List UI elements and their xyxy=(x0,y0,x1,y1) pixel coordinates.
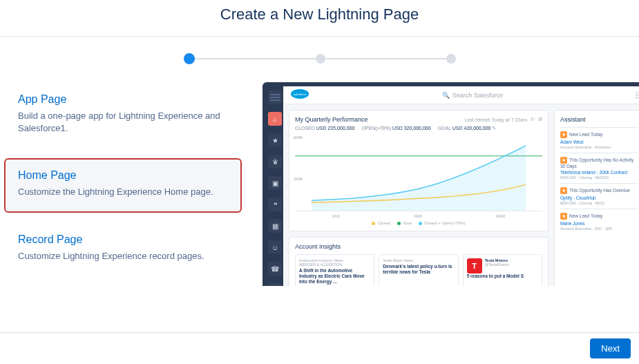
insights-title: Account Insights xyxy=(295,243,542,250)
assistant-item-meta: Account Executive · ZNC · $55 xyxy=(560,227,638,231)
option-title: Home Page xyxy=(18,169,228,182)
chart-area: 600k 250k xyxy=(295,135,542,211)
options-list: App Page Build a one-page app for Lightn… xyxy=(0,82,242,286)
assistant-item-title: This Opportunity Has Overdue xyxy=(569,188,630,193)
step-line xyxy=(195,58,316,59)
star-icon: ★ xyxy=(560,131,567,138)
preview-topbar: salesforce 🔍 Search Salesforce xyxy=(283,86,639,104)
star-icon: ★ xyxy=(560,187,567,194)
calendar-icon: ▦ xyxy=(268,219,282,233)
legend-open: Closed + Open(>70%) xyxy=(419,221,466,225)
insight-headline: A Shift in the Automotive Industry as El… xyxy=(299,268,370,284)
insight-item: Automotive Industry NewsMERGER & AQUISIT… xyxy=(295,254,374,286)
bell-icon: ☎ xyxy=(268,262,282,276)
x-tick: MAR xyxy=(496,214,505,218)
stepper xyxy=(0,37,639,82)
legend-closed: Closed xyxy=(372,221,390,225)
search-placeholder: Search Salesforce xyxy=(452,92,504,99)
option-record-page[interactable]: Record Page Customize Lightning Experien… xyxy=(4,222,242,276)
assistant-item: ★This Opportunity Has No Activity 30 Day… xyxy=(560,153,638,183)
x-tick: FEB xyxy=(414,214,422,218)
assistant-item-title: New Lead Today xyxy=(569,213,602,218)
legend-goal: Goal xyxy=(397,221,412,225)
assistant-item-link: Telefónica Ireland - 200k Contract xyxy=(560,170,638,175)
option-app-page[interactable]: App Page Build a one-page app for Lightn… xyxy=(4,82,242,149)
step-3-dot xyxy=(446,54,456,64)
assistant-item: ★New Lead Today Marie Jones Account Exec… xyxy=(560,209,638,234)
assistant-item-title: New Lead Today xyxy=(569,132,602,137)
star-icon: ★ xyxy=(560,157,567,164)
step-2-dot xyxy=(316,54,325,64)
gear-icon: ⚙ xyxy=(538,117,542,122)
preview-sidenav: ⌂ ★ ♛ ▣ ❝ ▦ ☺ ☎ ≡ ⚙ ⋯ xyxy=(267,86,283,286)
insight-headline: 5 reasons to put a Model S xyxy=(467,274,538,279)
step-line xyxy=(325,58,446,59)
insight-item: T Tesla Motors@TeslaMotors 5 reasons to … xyxy=(463,254,542,286)
goal-value: USD 420,000,000 xyxy=(452,126,491,131)
home-icon: ⌂ xyxy=(268,112,282,126)
option-title: Record Page xyxy=(18,233,228,246)
assistant-item-meta: $400,000 · Closing · 06/2015 xyxy=(560,175,638,180)
open-value: USD 320,000,000 xyxy=(392,126,431,131)
insight-sub: MERGER & AQUISITION xyxy=(299,262,342,267)
star-icon: ★ xyxy=(268,133,282,147)
assistant-item: ★This Opportunity Has Overdue Optify - C… xyxy=(560,183,638,209)
option-desc: Customize Lightning Experience record pa… xyxy=(18,250,228,262)
assistant-card: Assistant ★New Lead Today Adam West Acco… xyxy=(554,110,639,286)
step-1-dot xyxy=(184,53,195,64)
insights-card: Account Insights Automotive Industry New… xyxy=(289,237,549,286)
tesla-logo-icon: T xyxy=(467,258,482,274)
svg-text:salesforce: salesforce xyxy=(294,93,307,96)
closed-label: CLOSED xyxy=(295,126,315,131)
open-label: OPEN(>70%) xyxy=(361,126,391,131)
chart-meta: Last refresh Today at 7:33am xyxy=(464,117,527,122)
search-input: 🔍 Search Salesforce xyxy=(316,92,629,99)
next-button[interactable]: Next xyxy=(590,338,631,358)
closed-value: USD 235,000,000 xyxy=(316,126,355,131)
quote-icon: ❝ xyxy=(268,198,282,211)
edit-icon: ✎ xyxy=(492,126,496,131)
insight-headline: Denmark's latest policy u-turn is terrib… xyxy=(383,264,454,275)
assistant-item-link: Optify - CloudHub xyxy=(560,195,638,200)
assistant-item: ★New Lead Today Adam West Account Execut… xyxy=(560,127,638,153)
chart-title: My Quarterly Performance xyxy=(295,116,368,123)
x-tick: JAN xyxy=(332,214,340,218)
insight-item: Tesla Motor News Denmark's latest policy… xyxy=(379,254,458,286)
assistant-title: Assistant xyxy=(560,116,638,123)
insight-sub: @TeslaMotors xyxy=(485,262,509,267)
chart-card: My Quarterly Performance Last refresh To… xyxy=(289,110,549,231)
salesforce-logo-icon: salesforce xyxy=(290,88,309,102)
assistant-item-link: Adam West xyxy=(560,140,638,144)
option-desc: Build a one-page app for Lightning Exper… xyxy=(18,110,228,135)
insight-src: Tesla Motor News xyxy=(383,258,454,262)
footer: Next xyxy=(0,332,639,364)
assistant-item-meta: $500,000 · Closing · 06/22 xyxy=(560,201,638,205)
page-title: Create a New Lightning Page xyxy=(0,0,639,36)
preview-pane: ⌂ ★ ♛ ▣ ❝ ▦ ☺ ☎ ≡ ⚙ ⋯ salesforce xyxy=(263,82,639,286)
menu-icon xyxy=(268,90,282,104)
star-icon: ★ xyxy=(560,213,567,220)
option-home-page[interactable]: Home Page Customize the Lightning Experi… xyxy=(4,158,242,212)
search-icon: 🔍 xyxy=(442,92,450,99)
goal-label: GOAL xyxy=(438,126,451,131)
user-icon: ☺ xyxy=(268,240,282,254)
assistant-item-link: Marie Jones xyxy=(560,221,638,226)
option-desc: Customize the Lightning Experience Home … xyxy=(18,186,228,198)
assistant-item-title: This Opportunity Has No Activity 30 Days xyxy=(560,157,633,169)
folder-icon: ▣ xyxy=(268,176,282,190)
refresh-icon: ↻ xyxy=(531,117,535,122)
crown-icon: ♛ xyxy=(268,155,282,169)
doc-icon: ≡ xyxy=(268,283,282,286)
app-launcher-icon xyxy=(636,92,639,99)
assistant-item-meta: Account Executive · Activision · xyxy=(560,145,638,149)
option-title: App Page xyxy=(18,93,228,106)
